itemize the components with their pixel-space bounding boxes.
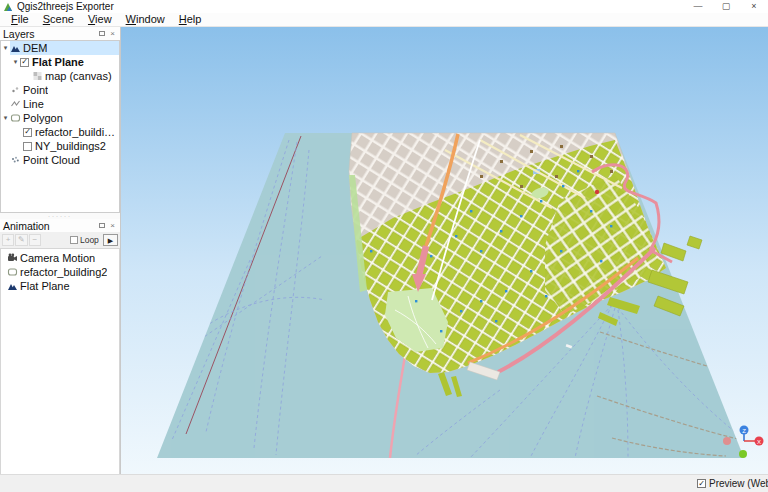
flat-plane-checkbox[interactable]: ✓: [20, 58, 29, 67]
animation-dock-header: Animation ×: [0, 219, 120, 232]
line-layer-icon: [10, 99, 21, 109]
red-poi-marker: [595, 190, 599, 194]
add-keyframe-button[interactable]: +: [2, 234, 14, 246]
layers-panel-title: Layers: [3, 28, 96, 40]
preview-toggle[interactable]: ✓ Preview (WebEngine): [697, 478, 768, 489]
menu-window[interactable]: Window: [119, 13, 172, 26]
float-icon: [99, 223, 105, 228]
layer-item-refactor-building[interactable]: ✓ refactor_buildin...: [1, 125, 119, 139]
axis-y-ball: [723, 437, 731, 445]
polygon-layer-icon: [7, 267, 18, 277]
layer-label: NY_buildings2: [35, 140, 106, 152]
layer-label: Line: [23, 98, 44, 110]
menu-scene[interactable]: Scene: [36, 13, 81, 26]
animation-toolbar: + ✎ − Loop ▶: [0, 232, 120, 248]
preview-checkbox[interactable]: ✓: [697, 479, 706, 488]
layer-item-dem[interactable]: ▾ DEM: [1, 41, 119, 55]
animation-label: refactor_building2: [20, 266, 107, 278]
animation-item-refactor-building2[interactable]: refactor_building2: [1, 265, 119, 279]
ny-buildings2-checkbox[interactable]: [23, 142, 32, 151]
animation-item-flat-plane[interactable]: Flat Plane: [1, 279, 119, 293]
play-icon: ▶: [108, 237, 113, 244]
axis-x-label: X: [757, 439, 761, 445]
preview-label: Preview (WebEngine): [709, 478, 768, 489]
axis-green-ball: [739, 450, 747, 458]
animation-item-camera-motion[interactable]: Camera Motion: [1, 251, 119, 265]
layer-label: Point Cloud: [23, 154, 80, 166]
layers-dock-header: Layers ×: [0, 27, 120, 40]
minimize-button[interactable]: —: [684, 0, 712, 13]
camera-icon: [7, 253, 18, 263]
splitter-handle-dots: ······: [48, 214, 72, 218]
animation-close-button[interactable]: ×: [107, 221, 118, 231]
loop-label: Loop: [80, 235, 99, 245]
layer-item-line[interactable]: Line: [1, 97, 119, 111]
layer-label: Polygon: [23, 112, 63, 124]
status-bar: ✓ Preview (WebEngine): [0, 474, 768, 492]
menu-view[interactable]: View: [81, 13, 119, 26]
loop-checkbox[interactable]: [70, 236, 78, 244]
menu-bar: File Scene View Window Help: [0, 13, 768, 27]
menu-help[interactable]: Help: [172, 13, 209, 26]
layer-item-point[interactable]: Point: [1, 83, 119, 97]
window-title: Qgis2threejs Exporter: [17, 0, 114, 13]
layer-item-ny-buildings2[interactable]: NY_buildings2: [1, 139, 119, 153]
layer-label: Flat Plane: [32, 56, 84, 68]
layer-label: DEM: [23, 42, 47, 54]
animation-label: Flat Plane: [20, 280, 70, 292]
expand-icon[interactable]: ▾: [11, 58, 20, 66]
maximize-button[interactable]: ▢: [712, 0, 740, 13]
left-dock-area: Layers × ▾ DEM ▾ ✓ Flat Plane: [0, 27, 121, 474]
edit-keyframe-button[interactable]: ✎: [15, 234, 27, 246]
app-icon: [3, 2, 13, 12]
animation-tree: Camera Motion refactor_building2 Flat Pl…: [0, 248, 120, 475]
dem-terrain-icon: [7, 281, 18, 291]
polygon-layer-icon: [10, 113, 21, 123]
layers-tree: ▾ DEM ▾ ✓ Flat Plane ma: [0, 40, 120, 213]
animation-label: Camera Motion: [20, 252, 95, 264]
3d-scene: Z X: [121, 27, 768, 474]
layer-item-flat-plane[interactable]: ▾ ✓ Flat Plane: [1, 55, 119, 69]
expand-icon[interactable]: ▾: [1, 114, 10, 122]
animation-float-button[interactable]: [96, 221, 107, 231]
title-bar[interactable]: Qgis2threejs Exporter — ▢ ×: [0, 0, 768, 13]
close-button[interactable]: ×: [740, 0, 768, 13]
app-window: Qgis2threejs Exporter — ▢ × File Scene V…: [0, 0, 768, 492]
refactor-building-checkbox[interactable]: ✓: [23, 128, 32, 137]
layer-label: map (canvas): [45, 70, 112, 82]
layers-close-button[interactable]: ×: [107, 29, 118, 39]
float-icon: [99, 31, 105, 36]
layer-item-map-canvas[interactable]: map (canvas): [1, 69, 119, 83]
play-button[interactable]: ▶: [103, 234, 118, 246]
point-layer-icon: [10, 85, 21, 95]
map-canvas-icon: [32, 71, 43, 81]
menu-file[interactable]: File: [4, 13, 36, 26]
layer-item-polygon[interactable]: ▾ Polygon: [1, 111, 119, 125]
expand-icon[interactable]: ▾: [1, 44, 10, 52]
layers-float-button[interactable]: [96, 29, 107, 39]
axis-z-label: Z: [742, 428, 746, 434]
animation-panel-title: Animation: [3, 220, 96, 232]
3d-preview-viewport[interactable]: Z X: [121, 27, 768, 474]
layer-item-point-cloud[interactable]: Point Cloud: [1, 153, 119, 167]
remove-keyframe-button[interactable]: −: [29, 234, 41, 246]
layer-label: refactor_buildin...: [35, 126, 119, 138]
point-cloud-icon: [10, 155, 21, 165]
layer-label: Point: [23, 84, 48, 96]
dem-terrain-icon: [10, 43, 21, 53]
